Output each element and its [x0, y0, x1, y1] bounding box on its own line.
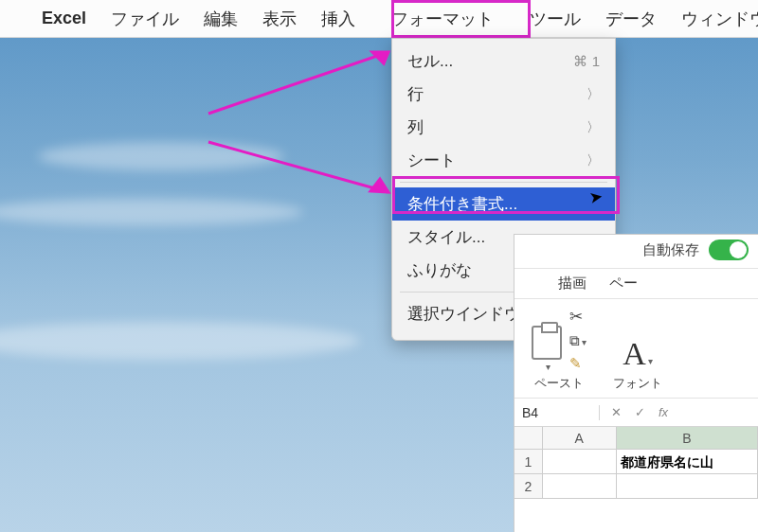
column-header-A[interactable]: A	[543, 427, 617, 450]
svg-marker-3	[370, 179, 388, 192]
chevron-right-icon: 〉	[587, 86, 600, 103]
excel-ribbon-toolbar: ▾ ✂ ⧉▾ ✎ ペースト A ▾ フォント	[514, 299, 758, 399]
menu-item-shortcut: ⌘ 1	[573, 53, 600, 70]
menu-separator	[400, 182, 607, 183]
chevron-down-icon[interactable]: ▾	[648, 356, 653, 366]
excel-window: 自動保存 描画 ペー ▾ ✂ ⧉▾ ✎ ペースト A ▾	[514, 234, 758, 532]
annotation-arrow-2	[204, 131, 407, 206]
fx-icon[interactable]: fx	[659, 405, 668, 419]
row-header-2[interactable]: 2	[514, 474, 543, 499]
menu-item-sheet[interactable]: シート 〉	[392, 144, 615, 177]
menu-item-column[interactable]: 列 〉	[392, 111, 615, 144]
toolbar-group-label: フォント	[613, 375, 662, 392]
font-icon[interactable]: A	[623, 336, 646, 372]
chevron-right-icon: 〉	[587, 152, 600, 169]
cut-icon[interactable]: ✂	[569, 307, 587, 327]
tab-draw[interactable]: 描画	[558, 275, 587, 293]
menubar-data[interactable]: データ	[605, 8, 657, 30]
cell-A1[interactable]	[543, 450, 617, 474]
menubar-format[interactable]: フォーマット	[380, 4, 505, 34]
menubar-window[interactable]: ウィンドウ	[681, 8, 758, 30]
mac-menubar: Excel ファイル 編集 表示 挿入 フォーマット ツール データ ウィンドウ	[0, 0, 758, 38]
menubar-app-name[interactable]: Excel	[42, 9, 86, 28]
clipboard-icon[interactable]	[532, 326, 562, 360]
cell-B1[interactable]: 都道府県名に山	[617, 450, 758, 474]
column-header-B[interactable]: B	[617, 427, 758, 450]
menu-item-label: 列	[407, 116, 424, 138]
excel-grid: A B 1 都道府県名に山 2	[514, 427, 758, 499]
autosave-toggle[interactable]	[709, 239, 749, 260]
toolbar-group-label: ペースト	[534, 375, 584, 392]
copy-icon[interactable]: ⧉▾	[569, 332, 587, 349]
format-painter-icon[interactable]: ✎	[569, 355, 587, 372]
menu-item-cell[interactable]: セル... ⌘ 1	[392, 44, 615, 78]
menubar-edit[interactable]: 編集	[204, 8, 238, 30]
menu-item-conditional-formatting[interactable]: 条件付き書式...	[392, 187, 615, 221]
menubar-tools[interactable]: ツール	[530, 8, 581, 30]
excel-formula-bar: B4 ✕ ✓ fx	[514, 399, 758, 427]
svg-line-2	[208, 142, 388, 192]
menu-item-label: ふりがな	[407, 259, 472, 281]
menubar-insert[interactable]: 挿入	[321, 8, 355, 30]
name-box[interactable]: B4	[514, 405, 600, 420]
tab-page[interactable]: ペー	[609, 275, 638, 293]
menubar-file[interactable]: ファイル	[111, 8, 179, 30]
select-all-corner[interactable]	[514, 427, 543, 450]
confirm-icon[interactable]: ✓	[635, 405, 645, 419]
excel-titlebar: 自動保存	[514, 235, 758, 269]
cell-A2[interactable]	[543, 474, 617, 499]
annotation-arrow-1	[204, 43, 407, 118]
menu-item-label: スタイル...	[407, 226, 485, 248]
menu-item-label: 行	[407, 83, 424, 105]
menu-item-label: シート	[407, 150, 456, 171]
toolbar-group-clipboard: ▾ ✂ ⧉▾ ✎ ペースト	[532, 307, 587, 392]
chevron-down-icon[interactable]: ▾	[546, 362, 550, 372]
autosave-label: 自動保存	[642, 241, 699, 259]
menubar-view[interactable]: 表示	[262, 8, 297, 30]
toolbar-group-font: A ▾ フォント	[613, 336, 662, 392]
row-header-1[interactable]: 1	[514, 450, 543, 474]
menu-item-row[interactable]: 行 〉	[392, 78, 615, 111]
menu-item-label: 条件付き書式...	[407, 193, 517, 215]
cell-B2[interactable]	[617, 474, 758, 499]
chevron-right-icon: 〉	[587, 119, 600, 136]
cancel-icon[interactable]: ✕	[611, 405, 622, 419]
menu-item-label: セル...	[407, 50, 453, 72]
svg-line-0	[208, 52, 388, 114]
excel-ribbon-tabs: 描画 ペー	[514, 269, 758, 299]
